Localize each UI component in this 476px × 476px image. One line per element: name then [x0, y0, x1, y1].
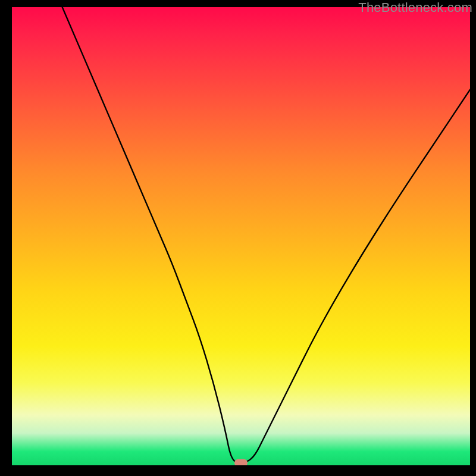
plot-area: [12, 7, 470, 465]
curve-layer: [12, 7, 470, 465]
watermark-text: TheBottleneck.com: [358, 0, 472, 15]
minimum-marker: [234, 459, 248, 465]
chart-stage: TheBottleneck.com: [0, 0, 476, 476]
bottleneck-curve: [62, 7, 470, 463]
